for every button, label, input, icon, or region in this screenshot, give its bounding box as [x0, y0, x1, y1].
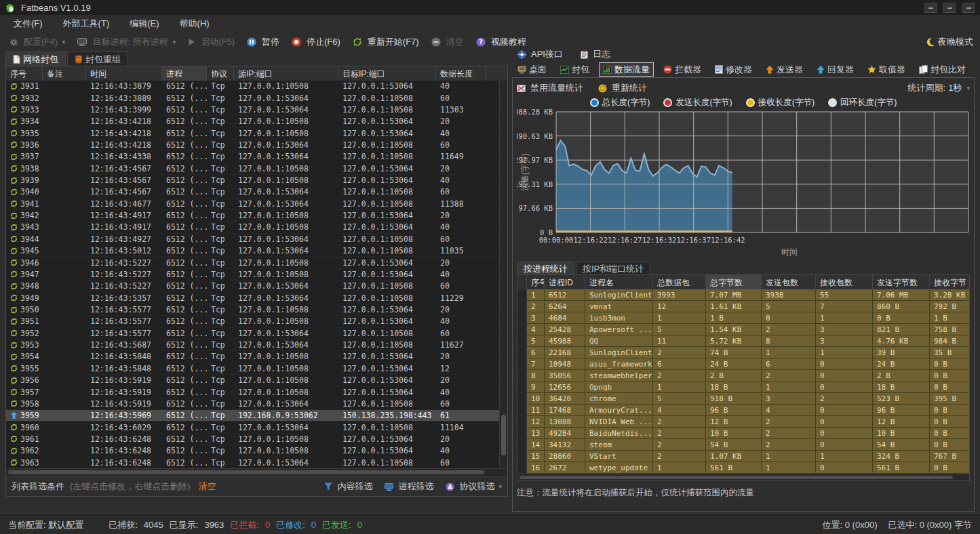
maximize-button[interactable]	[943, 3, 956, 13]
tab-sender[interactable]: 发送器	[762, 62, 807, 77]
menu-item[interactable]: 帮助(H)	[180, 18, 210, 30]
packet-row[interactable]: 395312:16:43:56876512 (...Tcp127.0.0.1:5…	[6, 340, 507, 351]
packet-row[interactable]: 394712:16:43:52276512 (...Tcp127.0.0.1:1…	[6, 269, 507, 281]
packet-row[interactable]: 394512:16:43:50126512 (...Tcp127.0.0.1:5…	[6, 245, 507, 257]
packet-row[interactable]: 393812:16:43:45676512 (...Tcp127.0.0.1:1…	[6, 163, 507, 175]
stats-row[interactable]: 34684iusb3mon11 B010 B1 B	[517, 312, 969, 324]
tab-packet-reassembly[interactable]: 封包重组	[67, 52, 128, 66]
tutorial-button[interactable]: ?视频教程	[476, 36, 526, 48]
packet-row[interactable]: 393412:16:43:42186512 (...Tcp127.0.0.1:1…	[6, 116, 507, 127]
vertical-scrollbar[interactable]	[499, 81, 507, 469]
column-header[interactable]: 目标IP:端口	[338, 66, 436, 81]
column-header[interactable]: 备注	[43, 66, 86, 81]
stats-row[interactable]: 1349284BaiduNetdis...210 B2010 B0 B	[517, 428, 969, 439]
packet-row[interactable]: 395512:16:43:58486512 (...Tcp127.0.0.1:1…	[6, 363, 507, 375]
stats-row[interactable]: 710948asus_framework624 B6024 B0 B	[517, 358, 969, 370]
column-header[interactable]: 进程ID	[545, 275, 585, 289]
legend-item[interactable]: 总长度(字节)	[590, 97, 650, 108]
packet-row[interactable]: 395012:16:43:55776512 (...Tcp127.0.0.1:1…	[6, 304, 507, 316]
legend-item[interactable]: 接收长度(字节)	[746, 97, 815, 108]
packet-row[interactable]: 395912:16:43:59696512 (...Tcp192.168.0.9…	[6, 410, 507, 422]
menu-item[interactable]: 外部工具(T)	[63, 18, 110, 30]
close-button[interactable]	[962, 3, 975, 13]
column-header[interactable]: 协议	[207, 66, 234, 81]
column-header[interactable]: 接收字节	[930, 275, 970, 289]
column-header[interactable]: 序号	[6, 66, 43, 81]
stats-row[interactable]: 1528860VStart21.07 KB11324 B767 B	[517, 451, 969, 462]
tab-replier[interactable]: 回复器	[812, 62, 858, 77]
stats-row[interactable]: 545988QQ115.72 KB834.76 KB984 B	[517, 335, 969, 347]
disable-traffic-stats-button[interactable]: 禁用流量统计	[517, 82, 583, 94]
stats-row[interactable]: 1213088NVIDIA Web ...212 B2012 B0 B	[517, 416, 969, 428]
packet-row[interactable]: 394812:16:43:52276512 (...Tcp127.0.0.1:5…	[6, 281, 507, 292]
packet-row[interactable]: 393712:16:43:43386512 (...Tcp127.0.0.1:5…	[6, 151, 507, 163]
stats-row[interactable]: 1117468ArmouryCrat...496 B4096 B0 B	[517, 405, 969, 416]
packet-row[interactable]: 396112:16:43:62486512 (...Tcp127.0.0.1:1…	[6, 434, 507, 445]
tab-packet[interactable]: 封包	[556, 62, 593, 77]
stats-row[interactable]: 425428Apowersoft ...51.54 KB23821 B758 B	[517, 324, 969, 335]
tab-modifier[interactable]: 修改器	[711, 62, 756, 77]
tab-desktop[interactable]: 桌面	[513, 62, 551, 77]
packet-row[interactable]: 395212:16:43:55776512 (...Tcp127.0.0.1:5…	[6, 328, 507, 340]
packet-row[interactable]: 393512:16:43:42186512 (...Tcp127.0.0.1:1…	[6, 127, 507, 139]
tab-value-getter[interactable]: 取值器	[863, 62, 909, 77]
packet-row[interactable]: 395412:16:43:58486512 (...Tcp127.0.0.1:1…	[6, 351, 507, 363]
packet-row[interactable]: 393112:16:43:38796512 (...Tcp127.0.0.1:1…	[6, 81, 507, 92]
period-select[interactable]: 1秒	[948, 82, 962, 94]
column-header[interactable]: 进程	[162, 66, 207, 81]
packet-row[interactable]: 396312:16:43:62486512 (...Tcp127.0.0.1:5…	[6, 457, 507, 469]
stats-row[interactable]: 162672wetype_update1561 B10561 B0 B	[517, 462, 969, 474]
packet-row[interactable]: 394312:16:43:49176512 (...Tcp127.0.0.1:1…	[6, 222, 507, 233]
clear-filter-button[interactable]: 清空	[199, 480, 216, 493]
scrollbar-thumb[interactable]	[520, 476, 953, 479]
stats-row[interactable]: 912656Opnqb118 B1018 B0 B	[517, 382, 969, 393]
tab-by-process[interactable]: 按进程统计	[517, 262, 574, 274]
recount-button[interactable]: 重新统计	[598, 82, 647, 94]
column-header[interactable]: 总数据包	[653, 275, 706, 289]
tab-interceptor[interactable]: 拦截器	[659, 62, 705, 77]
stats-row[interactable]: 16512SunloginClient39937.07 MB3938557.06…	[517, 289, 969, 301]
horizontal-scrollbar[interactable]	[6, 468, 507, 476]
pause-button[interactable]: 暂停	[247, 36, 279, 48]
minimize-button[interactable]	[924, 3, 937, 13]
column-header[interactable]: 时间	[86, 66, 162, 81]
column-header[interactable]: 数据长度	[436, 66, 486, 81]
column-header[interactable]: 进程名	[585, 275, 653, 289]
process-filter-button[interactable]: 进程筛选	[385, 480, 433, 493]
stats-row[interactable]: 26264vmnat121.61 KB57860 B792 B	[517, 301, 969, 312]
scrollbar-thumb[interactable]	[501, 415, 506, 455]
night-mode-button[interactable]: 夜晚模式	[926, 36, 973, 48]
legend-item[interactable]: 回环长度(字节)	[828, 97, 897, 108]
column-header[interactable]: 源IP:端口	[234, 66, 338, 81]
menu-item[interactable]: 编辑(E)	[130, 18, 159, 30]
tab-packet-compare[interactable]: 封包比对	[915, 62, 970, 77]
packet-row[interactable]: 393312:16:43:39996512 (...Tcp127.0.0.1:5…	[6, 104, 507, 116]
api-button[interactable]: API接口	[517, 48, 563, 60]
packet-row[interactable]: 395712:16:43:59196512 (...Tcp127.0.0.1:1…	[6, 386, 507, 398]
scrollbar-thumb[interactable]	[8, 470, 484, 474]
tab-by-ip-port[interactable]: 按IP和端口统计	[576, 262, 650, 274]
column-header[interactable]: 总字节数	[706, 275, 762, 289]
stats-row[interactable]: 622168SunloginClient274 B1139 B35 B	[517, 347, 969, 358]
menu-item[interactable]: 文件(F)	[14, 18, 43, 30]
packet-row[interactable]: 394412:16:43:49276512 (...Tcp127.0.0.1:5…	[6, 234, 507, 245]
column-header[interactable]: 接收包数	[816, 275, 873, 289]
packet-row[interactable]: 395112:16:43:55776512 (...Tcp127.0.0.1:1…	[6, 316, 507, 327]
packet-row[interactable]: 396012:16:43:60296512 (...Tcp127.0.0.1:5…	[6, 422, 507, 433]
packet-row[interactable]: 395812:16:43:59196512 (...Tcp127.0.0.1:5…	[6, 398, 507, 410]
packet-row[interactable]: 393212:16:43:38896512 (...Tcp127.0.0.1:5…	[6, 92, 507, 104]
content-filter-button[interactable]: 内容筛选	[324, 480, 372, 493]
packet-row[interactable]: 393612:16:43:42186512 (...Tcp127.0.0.1:5…	[6, 140, 507, 151]
packet-row[interactable]: 394012:16:43:45676512 (...Tcp127.0.0.1:5…	[6, 186, 507, 198]
packet-row[interactable]: 394112:16:43:46776512 (...Tcp127.0.0.1:5…	[6, 199, 507, 210]
stats-row[interactable]: 1434132steam254 B2054 B0 B	[517, 439, 969, 451]
horizontal-scrollbar[interactable]	[517, 474, 969, 480]
packet-row[interactable]: 394612:16:43:52276512 (...Tcp127.0.0.1:1…	[6, 257, 507, 268]
restart-button[interactable]: 重新开始(F7)	[353, 36, 419, 48]
log-button[interactable]: 日志	[581, 48, 610, 60]
packet-row[interactable]: 393912:16:43:45676512 (...Tcp127.0.0.1:1…	[6, 175, 507, 186]
packet-row[interactable]: 395612:16:43:59196512 (...Tcp127.0.0.1:1…	[6, 375, 507, 386]
column-header[interactable]: 发送字节数	[873, 275, 930, 289]
column-header[interactable]: 发送包数	[762, 275, 816, 289]
tab-network-packets[interactable]: 网络封包	[5, 52, 66, 66]
